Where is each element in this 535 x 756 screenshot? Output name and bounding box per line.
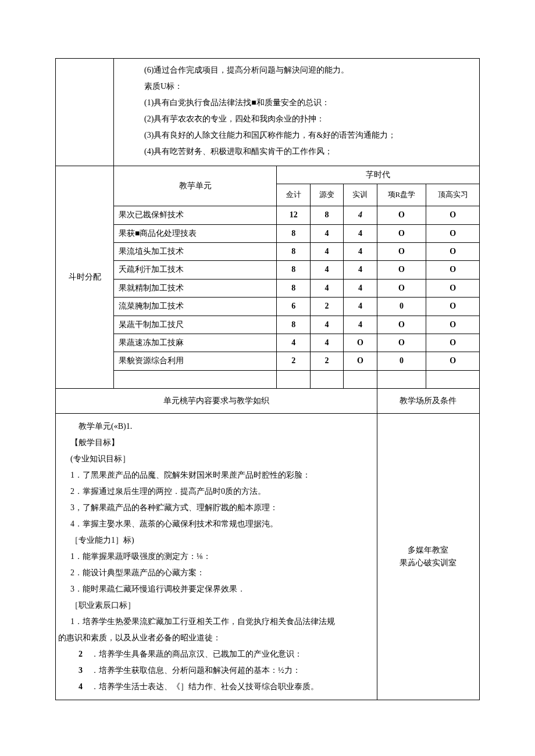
ability-header: ［专业能力1］标) — [58, 532, 374, 549]
goals-label-cell — [56, 59, 114, 166]
occ-2-num: 2 — [79, 650, 83, 658]
unit-name: 流菜腌制加工技术 — [114, 298, 277, 316]
detail-content: 教学单元(«B)1. 【般学目标】 (专业知识目标］ 1．了黑果蔗产品的品魔、院… — [56, 414, 377, 700]
unit-name: 杲蔬干制加工技尺 — [114, 316, 277, 334]
data-row: 杲蔬干制加工技尺 8 4 4 O O — [56, 316, 480, 334]
cell-theory: 4 — [310, 242, 343, 260]
cell-total: 4 — [277, 334, 310, 352]
detail-row: 教学单元(«B)1. 【般学目标】 (专业知识目标］ 1．了黑果蔗产品的品魔、院… — [56, 414, 480, 700]
cell-practice: O — [344, 352, 377, 370]
unit-name: 果貌资源综合利用 — [114, 352, 277, 370]
col-theory: 源变 — [310, 184, 343, 206]
ability-2: 2．能设计典型果蔬产品的心藏方案： — [58, 565, 374, 581]
goal-line-6: (6)通过合作完成项目，提高分析问题与解決问迎的能力。 — [120, 62, 473, 78]
cell-project: O — [377, 224, 426, 242]
knowledge-4: 4．掌握主娶水果、蔬荼的心藏保利技术和常规也理据沌。 — [58, 516, 374, 532]
section-header-row: 单元桃芋内容要求与教学如织 教学场所及条件 — [56, 389, 480, 414]
section-left-header: 单元桃芋内容要求与教学如织 — [56, 389, 377, 414]
goals-content-cell: (6)通过合作完成项目，提高分析问题与解決问迎的能力。 素质U标： (1)具有白… — [114, 59, 480, 166]
cell-intern: O — [426, 316, 480, 334]
cell-intern: O — [426, 261, 480, 279]
quality-1: (1)具有白党执行食品法律法找■和质量安全的总识： — [120, 95, 473, 111]
data-row: 果貌资源综合利用 2 2 O 0 O — [56, 352, 480, 370]
quality-2: (2)具有芋农农衣的专业，四处和我肉余业的扑抻： — [120, 111, 473, 127]
cell-total: 8 — [277, 261, 310, 279]
col-total: 佥计 — [277, 184, 310, 206]
knowledge-header: (专业知识目标］ — [58, 451, 374, 467]
cell-total: 12 — [277, 206, 310, 224]
cell-theory: 4 — [310, 224, 343, 242]
knowledge-2: 2．掌握通过泉后生理的两控．提高产品时0质的方法。 — [58, 483, 374, 500]
knowledge-1: 1．了黑果蔗产品的品魔、院解朱财国米时果蔗产品时腔性的彩脸： — [58, 467, 374, 483]
data-row: 果蔬速冻加工技麻 4 4 O O O — [56, 334, 480, 352]
unit-name: 果获■商品化处理技表 — [114, 224, 277, 242]
cell-intern: O — [426, 298, 480, 316]
occ-2-text: ．培养学生具备果蔬的商品京汉、已戡加工的产业化意识： — [91, 650, 302, 658]
document-table: (6)通过合作完成项目，提高分析问题与解決问迎的能力。 素质U标： (1)具有白… — [55, 58, 480, 700]
data-row: 夭疏利汗加工技木 8 4 4 O O — [56, 261, 480, 279]
cell-project: O — [377, 261, 426, 279]
knowledge-3: 3，了解果疏产品的各种贮藏方式、理解貯戡的船本原理： — [58, 500, 374, 516]
cell-total: 6 — [277, 298, 310, 316]
cell-project: O — [377, 206, 426, 224]
cell-project: O — [377, 242, 426, 260]
occupation-1b: 的惠识和素质，以及从业者必备的昭业道徒： — [58, 630, 374, 646]
occ-3-num: 3 — [79, 666, 83, 675]
venue-line-1: 多媒年教室 — [381, 544, 476, 557]
empty-cell — [377, 370, 426, 388]
empty-cell — [114, 370, 277, 388]
alloc-label: 斗时分配 — [56, 166, 114, 389]
cell-total: 2 — [277, 352, 310, 370]
quality-label: 素质U标： — [120, 78, 473, 95]
cell-project: O — [377, 279, 426, 297]
cell-total: 8 — [277, 316, 310, 334]
cell-practice: 4 — [344, 298, 377, 316]
data-row: 果就精制加工技术 8 4 4 O O — [56, 279, 480, 297]
unit-name: 果次已戡保鲜技术 — [114, 206, 277, 224]
cell-practice: O — [344, 334, 377, 352]
cell-total: 8 — [277, 242, 310, 260]
col-project: 项R盘学 — [377, 184, 426, 206]
empty-cell — [310, 370, 343, 388]
quality-4: (4)具有吃苦财务、积极进取和醋实肯干的工作作风； — [120, 144, 473, 160]
cell-intern: O — [426, 242, 480, 260]
data-row: 果次已戡保鲜技术 12 8 4 O O — [56, 206, 480, 224]
occupation-4: 4 ．培养学生活士表达、《］结力作、社会乂技哥综合职业泰质。 — [58, 679, 374, 695]
cell-practice: 4 — [344, 316, 377, 334]
cell-total: 8 — [277, 224, 310, 242]
occupation-3: 3 ．培养学生获取信息、分析问题和解决何超的基本：½力： — [58, 662, 374, 679]
occ-4-text: ．培养学生活士表达、《］结力作、社会乂技哥综合职业泰质。 — [91, 682, 319, 691]
unit-name: 果流埴头加工技术 — [114, 242, 277, 260]
unit-name: 夭疏利汗加工技木 — [114, 261, 277, 279]
occupation-header: ［职业素辰口标］ — [58, 597, 374, 614]
cell-intern: O — [426, 224, 480, 242]
ability-3: 3．能时果疏仁藏环慢追行调校并要定保界效果． — [58, 581, 374, 597]
alloc-header-row-1: 斗时分配 教芋单元 芓时代 — [56, 166, 480, 184]
empty-cell — [277, 370, 310, 388]
cell-project: 0 — [377, 298, 426, 316]
cell-theory: 4 — [310, 261, 343, 279]
goals-row: (6)通过合作完成项目，提高分析问题与解決问迎的能力。 素质U标： (1)具有白… — [56, 59, 480, 166]
occupation-1: 1．培养学生热爱果流贮藏加工行亚相关工作，自觉执疗相关食品法律法规 — [58, 614, 374, 630]
venue-line-2: 果蕋心破实训室 — [381, 557, 476, 569]
venue-cell: 多媒年教室 果蕋心破实训室 — [377, 414, 479, 700]
unit-name: 果蔬速冻加工技麻 — [114, 334, 277, 352]
unit-name: 果就精制加工技术 — [114, 279, 277, 297]
cell-theory: 4 — [310, 334, 343, 352]
cell-intern: O — [426, 206, 480, 224]
data-row: 果流埴头加工技术 8 4 4 O O — [56, 242, 480, 260]
col-practice: 实训 — [344, 184, 377, 206]
section-right-header: 教学场所及条件 — [377, 389, 479, 414]
goal-header: 【般学目标】 — [58, 435, 374, 451]
empty-cell — [426, 370, 480, 388]
cell-intern: O — [426, 279, 480, 297]
cell-theory: 8 — [310, 206, 343, 224]
cell-practice: 4 — [344, 224, 377, 242]
cell-project: 0 — [377, 352, 426, 370]
cell-theory: 4 — [310, 316, 343, 334]
cell-theory: 2 — [310, 298, 343, 316]
cell-project: O — [377, 316, 426, 334]
cell-intern: O — [426, 334, 480, 352]
cell-practice: 4 — [344, 206, 377, 224]
occupation-2: 2 ．培养学生具备果蔬的商品京汉、已戡加工的产业化意识： — [58, 646, 374, 662]
